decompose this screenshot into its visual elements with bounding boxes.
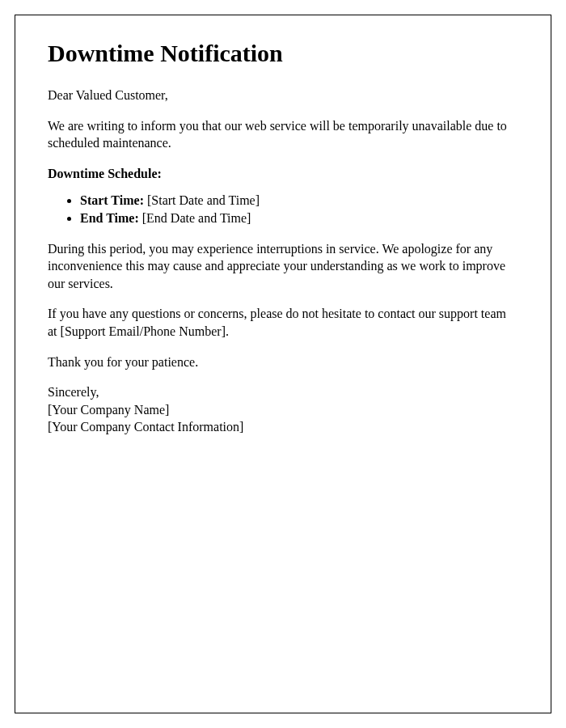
schedule-list: Start Time: [Start Date and Time] End Ti… xyxy=(80,192,518,226)
salutation: Dear Valued Customer, xyxy=(48,87,518,104)
page-title: Downtime Notification xyxy=(48,40,518,67)
closing-block: Sincerely, [Your Company Name] [Your Com… xyxy=(48,383,518,436)
schedule-start-item: Start Time: [Start Date and Time] xyxy=(80,192,518,210)
schedule-end-item: End Time: [End Date and Time] xyxy=(80,210,518,227)
start-time-label: Start Time: xyxy=(80,193,144,207)
signoff: Sincerely, xyxy=(48,383,518,401)
intro-paragraph: We are writing to inform you that our we… xyxy=(48,117,518,152)
company-contact: [Your Company Contact Information] xyxy=(48,418,518,436)
body-paragraph-1: During this period, you may experience i… xyxy=(48,240,518,293)
schedule-heading: Downtime Schedule: xyxy=(48,165,518,183)
start-time-value: [Start Date and Time] xyxy=(144,193,260,207)
company-name: [Your Company Name] xyxy=(48,401,518,419)
body-paragraph-2: If you have any questions or concerns, p… xyxy=(48,305,518,340)
end-time-value: [End Date and Time] xyxy=(139,211,251,225)
thanks-line: Thank you for your patience. xyxy=(48,353,518,371)
document-page: Downtime Notification Dear Valued Custom… xyxy=(15,15,551,713)
end-time-label: End Time: xyxy=(80,211,139,225)
